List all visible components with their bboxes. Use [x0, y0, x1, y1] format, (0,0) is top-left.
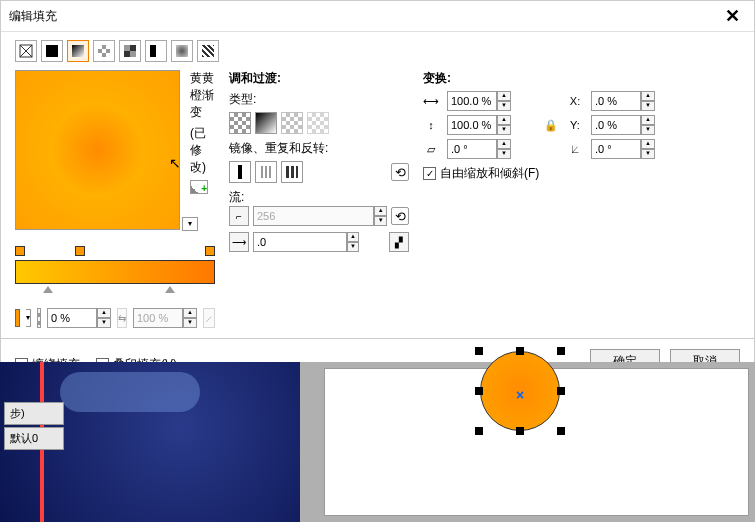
dialog-title: 编辑填充: [9, 8, 57, 25]
texture-fill-button[interactable]: [171, 40, 193, 62]
node-opacity-input[interactable]: ▲▼: [47, 308, 111, 328]
node-position-input: ▲▼: [133, 308, 197, 328]
height-input[interactable]: ▲▼: [447, 115, 517, 135]
type-label: 类型:: [229, 91, 409, 108]
height-icon: ↕: [423, 117, 439, 133]
node-color-swatch[interactable]: [15, 309, 20, 327]
midpoint-handle[interactable]: [43, 286, 53, 293]
svg-rect-8: [296, 166, 298, 178]
selection-handle[interactable]: [557, 427, 565, 435]
save-preset-icon[interactable]: [190, 180, 208, 194]
fill-type-toolbar: [1, 32, 754, 70]
node-controls: ▾ ▲▼ ⇆ ▲▼ ⟋: [15, 308, 215, 328]
selection-handle[interactable]: [557, 347, 565, 355]
gradient-stop[interactable]: [205, 246, 215, 256]
free-scale-row[interactable]: ✓ 自由缩放和倾斜(F): [423, 165, 740, 182]
edit-fill-dialog: 编辑填充 ✕ ↖ ▾ 黄黄橙渐变 (已修改): [0, 0, 755, 384]
flow-label: 流:: [229, 189, 409, 206]
gradient-stop[interactable]: [15, 246, 25, 256]
gradient-editor[interactable]: [15, 246, 215, 294]
selection-handle[interactable]: [557, 387, 565, 395]
floater-item[interactable]: 步): [4, 402, 64, 425]
reverse-icon[interactable]: ⟲: [391, 163, 409, 181]
gradient-name: 黄黄橙渐变: [190, 70, 215, 121]
midpoint-handle[interactable]: [165, 286, 175, 293]
gradient-stop[interactable]: [75, 246, 85, 256]
position-icon: ⇆: [117, 308, 127, 328]
tool-floater[interactable]: 步) 默认0: [4, 402, 64, 452]
pattern-fill-button[interactable]: [93, 40, 115, 62]
document-left-panel: 步) 默认0: [0, 362, 300, 522]
modified-label: (已修改): [190, 125, 215, 176]
selection-handle[interactable]: [516, 347, 524, 355]
canvas-background: 步) 默认0 ×: [0, 362, 755, 522]
mirror-label: 镜像、重复和反转:: [229, 140, 409, 157]
free-scale-label: 自由缩放和倾斜(F): [440, 165, 539, 182]
transform-section-label: 变换:: [423, 70, 740, 87]
y-input[interactable]: ▲▼: [591, 115, 661, 135]
floater-item[interactable]: 默认0: [4, 427, 64, 450]
blend-type-3[interactable]: [281, 112, 303, 134]
width-input[interactable]: ▲▼: [447, 91, 517, 111]
curve-icon: ⟋: [203, 308, 215, 328]
lock-icon[interactable]: 🔒: [543, 117, 559, 133]
titlebar: 编辑填充 ✕: [1, 1, 754, 32]
free-scale-checkbox[interactable]: ✓: [423, 167, 436, 180]
fountain-fill-button[interactable]: [67, 40, 89, 62]
accel-icon: ⟶: [229, 232, 249, 252]
blend-type-4[interactable]: [307, 112, 329, 134]
y-label: Y:: [567, 117, 583, 133]
postscript-fill-button[interactable]: [197, 40, 219, 62]
width-icon: ⟷: [423, 93, 439, 109]
color-dropdown[interactable]: ▾: [26, 309, 31, 327]
blend-type-2[interactable]: [255, 112, 277, 134]
transform-column: 变换: ⟷ ▲▼ X: ▲▼ ↕ ▲▼ 🔒 Y: ▲▼ ▱ ▲▼: [423, 70, 740, 328]
selection-handle[interactable]: [475, 387, 483, 395]
rotate-icon: ▱: [423, 141, 439, 157]
steps-icon: ⌐: [229, 206, 249, 226]
blend-type-1[interactable]: [229, 112, 251, 134]
preview-dropdown[interactable]: ▾: [182, 217, 198, 231]
mirror-reverse[interactable]: [281, 161, 303, 183]
accel-input[interactable]: ▲▼: [253, 232, 359, 252]
blend-section-label: 调和过渡:: [229, 70, 409, 87]
selection-handle[interactable]: [475, 427, 483, 435]
two-color-pattern-button[interactable]: [145, 40, 167, 62]
selection-handle[interactable]: [475, 347, 483, 355]
skew-icon: ⟀: [567, 141, 583, 157]
skew-input[interactable]: ▲▼: [591, 139, 661, 159]
no-fill-button[interactable]: [15, 40, 37, 62]
document-canvas[interactable]: ×: [324, 368, 749, 516]
close-icon[interactable]: ✕: [719, 5, 746, 27]
x-label: X:: [567, 93, 583, 109]
gradient-preview[interactable]: [15, 70, 180, 230]
center-marker-icon[interactable]: ×: [516, 387, 524, 403]
steps-input: ▲▼: [253, 206, 387, 226]
gradient-strip[interactable]: [15, 260, 215, 284]
x-input[interactable]: ▲▼: [591, 91, 661, 111]
mirror-repeat[interactable]: [255, 161, 277, 183]
svg-rect-7: [291, 166, 294, 178]
blend-column: 调和过渡: 类型: 镜像、重复和反转: ⟲ 流: ⌐ ▲▼: [229, 70, 409, 328]
preset-info: 黄黄橙渐变 (已修改): [190, 70, 215, 230]
transparency-icon[interactable]: [37, 308, 41, 328]
bitmap-pattern-button[interactable]: [119, 40, 141, 62]
uniform-fill-button[interactable]: [41, 40, 63, 62]
rotate-input[interactable]: ▲▼: [447, 139, 517, 159]
mirror-none[interactable]: [229, 161, 251, 183]
svg-rect-6: [286, 166, 289, 178]
selection-handle[interactable]: [516, 427, 524, 435]
smooth-icon[interactable]: ⟲: [391, 207, 409, 225]
preview-column: ↖ ▾ 黄黄橙渐变 (已修改): [15, 70, 215, 328]
edge-pad-icon[interactable]: ▞: [389, 232, 409, 252]
dialog-content: ↖ ▾ 黄黄橙渐变 (已修改): [1, 70, 754, 338]
